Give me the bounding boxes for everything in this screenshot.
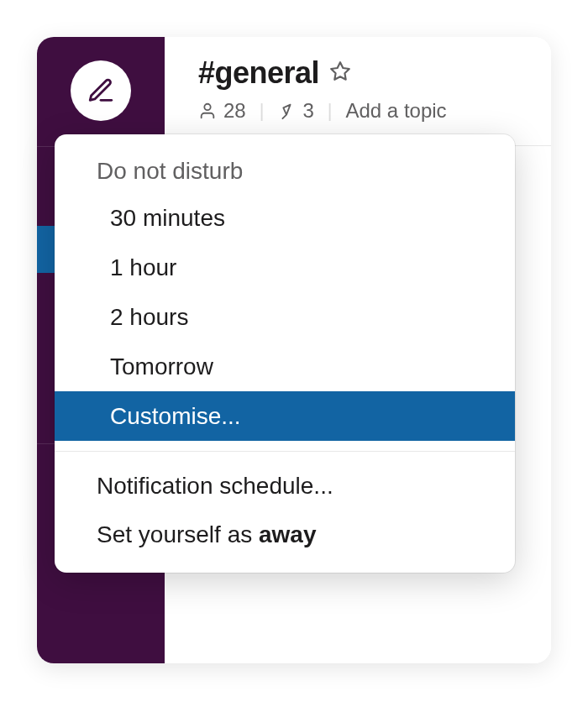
channel-header: #general 28 | <box>165 37 551 146</box>
svg-marker-0 <box>331 62 349 80</box>
dnd-option-30min[interactable]: 30 minutes <box>55 193 515 243</box>
pin-icon <box>277 102 296 120</box>
set-away-prefix: Set yourself as <box>97 521 259 547</box>
members-number: 28 <box>223 99 246 123</box>
menu-divider <box>55 451 515 452</box>
dnd-option-customise[interactable]: Customise... <box>55 391 515 441</box>
person-icon <box>198 102 217 120</box>
meta-separator: | <box>260 100 265 122</box>
pinned-number: 3 <box>302 99 313 123</box>
dnd-option-2hours[interactable]: 2 hours <box>55 292 515 342</box>
dnd-option-tomorrow[interactable]: Tomorrow <box>55 342 515 391</box>
channel-title-row: #general <box>198 55 551 91</box>
pinned-count[interactable]: 3 <box>277 99 313 123</box>
set-away-item[interactable]: Set yourself as away <box>55 511 515 559</box>
compose-icon <box>87 76 115 105</box>
dnd-option-1hour[interactable]: 1 hour <box>55 243 515 292</box>
dnd-heading: Do not disturb <box>55 158 515 193</box>
channel-name[interactable]: #general <box>198 55 319 91</box>
notification-schedule-item[interactable]: Notification schedule... <box>55 462 515 511</box>
channel-meta: 28 | 3 | Add a topic <box>198 99 551 123</box>
set-away-bold: away <box>259 521 317 547</box>
compose-button[interactable] <box>71 60 131 121</box>
star-icon[interactable] <box>329 60 351 86</box>
status-menu: Do not disturb 30 minutes 1 hour 2 hours… <box>55 134 515 573</box>
meta-separator: | <box>328 100 333 122</box>
svg-point-1 <box>204 104 210 110</box>
add-topic-link[interactable]: Add a topic <box>346 99 447 123</box>
members-count[interactable]: 28 <box>198 99 246 123</box>
